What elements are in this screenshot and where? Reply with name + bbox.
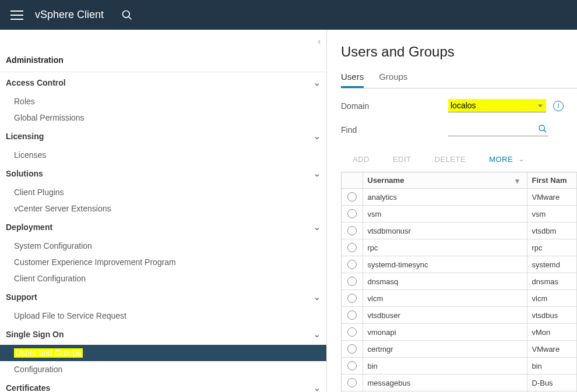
sidebar-collapse-icon[interactable]: ‹	[318, 37, 321, 46]
row-radio[interactable]	[342, 189, 363, 206]
first-name-cell: VMware	[527, 189, 577, 206]
row-radio[interactable]	[342, 375, 363, 391]
edit-button[interactable]: EDIT	[393, 155, 411, 164]
chevron-down-icon: ⌄	[314, 330, 321, 339]
table-row[interactable]: certmgrVMware	[342, 341, 577, 358]
first-name-cell: D-Bus	[527, 375, 577, 391]
more-button[interactable]: MORE ⌄	[489, 155, 525, 164]
chevron-down-icon: ⌄	[314, 78, 321, 87]
nav-section-sso[interactable]: Single Sign On ⌄	[0, 324, 326, 345]
first-name-cell: vtsdbus	[527, 307, 577, 324]
tab-users[interactable]: Users	[341, 72, 364, 88]
first-name-column-header[interactable]: First Nam	[527, 172, 577, 189]
svg-line-1	[129, 16, 132, 19]
add-button[interactable]: ADD	[353, 155, 370, 164]
username-cell: vmonapi	[363, 324, 527, 341]
table-row[interactable]: vsmvsm	[342, 206, 577, 223]
chevron-down-icon: ⌄	[519, 156, 525, 163]
find-input[interactable]	[448, 123, 548, 136]
nav-section-label: Single Sign On	[6, 330, 64, 339]
table-row[interactable]: vlcmvlcm	[342, 290, 577, 307]
username-cell: certmgr	[363, 341, 527, 358]
username-cell: vtsdbmonusr	[363, 223, 527, 239]
nav-leaf-global-permissions[interactable]: Global Permissions	[0, 110, 326, 126]
username-cell: rpc	[363, 239, 527, 256]
row-radio[interactable]	[342, 341, 363, 358]
chevron-down-icon: ⌄	[314, 292, 321, 302]
row-radio[interactable]	[342, 324, 363, 341]
delete-button[interactable]: DELETE	[435, 155, 466, 164]
chevron-down-icon: ⌄	[314, 383, 321, 392]
username-cell: analytics	[363, 189, 527, 206]
row-radio[interactable]	[342, 206, 363, 223]
table-row[interactable]: dnsmasqdnsmas	[342, 273, 577, 290]
table-row[interactable]: vtsdbuservtsdbus	[342, 307, 577, 324]
users-table: Username ▼ First Nam analyticsVMwarevsmv…	[341, 172, 577, 392]
nav-section-label: Licensing	[6, 132, 44, 141]
nav-section-label: Solutions	[6, 169, 43, 178]
row-radio[interactable]	[342, 223, 363, 239]
nav-section-label: Deployment	[6, 223, 52, 232]
first-name-cell: vMon	[527, 324, 577, 341]
row-radio[interactable]	[342, 273, 363, 290]
chevron-down-icon: ⌄	[314, 223, 321, 232]
username-column-header[interactable]: Username ▼	[363, 172, 527, 189]
username-cell: vtsdbuser	[363, 307, 527, 324]
sidebar: ‹ Administration Access Control ⌄ Roles …	[0, 30, 327, 392]
nav-section-label: Certificates	[6, 383, 50, 392]
table-row[interactable]: vmonapivMon	[342, 324, 577, 341]
row-radio[interactable]	[342, 256, 363, 273]
svg-point-2	[539, 125, 544, 130]
table-row[interactable]: binbin	[342, 358, 577, 375]
table-row[interactable]: systemd-timesyncsystemd	[342, 256, 577, 273]
nav-section-certificates[interactable]: Certificates ⌄	[0, 377, 326, 392]
table-row[interactable]: messagebusD-Bus	[342, 375, 577, 391]
tab-groups[interactable]: Groups	[379, 72, 407, 88]
body-area: ‹ Administration Access Control ⌄ Roles …	[0, 30, 577, 392]
nav-leaf-ceip[interactable]: Customer Experience Improvement Program	[0, 254, 326, 270]
domain-label: Domain	[341, 101, 440, 111]
nav-leaf-roles[interactable]: Roles	[0, 93, 326, 110]
table-row[interactable]: analyticsVMware	[342, 189, 577, 206]
nav-leaf-sso-config[interactable]: Configuration	[0, 361, 326, 377]
tabs: Users Groups	[341, 72, 577, 89]
nav-leaf-users-and-groups[interactable]: Users and Groups	[0, 345, 326, 361]
svg-point-0	[123, 10, 130, 17]
table-row[interactable]: rpcrpc	[342, 239, 577, 256]
more-label: MORE	[489, 155, 513, 164]
select-column-header	[342, 172, 363, 189]
nav-leaf-vcenter-extensions[interactable]: vCenter Server Extensions	[0, 200, 326, 217]
nav-section-label: Access Control	[6, 78, 66, 87]
filter-icon[interactable]: ▼	[514, 177, 521, 185]
nav-section-deployment[interactable]: Deployment ⌄	[0, 217, 326, 238]
row-radio[interactable]	[342, 239, 363, 256]
nav-leaf-label: Users and Groups	[14, 348, 83, 358]
row-radio[interactable]	[342, 307, 363, 324]
nav-section-solutions[interactable]: Solutions ⌄	[0, 163, 326, 184]
find-label: Find	[341, 125, 440, 135]
menu-hamburger-icon[interactable]	[10, 10, 23, 20]
nav-leaf-client-config[interactable]: Client Configuration	[0, 270, 326, 287]
nav-leaf-system-config[interactable]: System Configuration	[0, 238, 326, 254]
first-name-cell: vlcm	[527, 290, 577, 307]
table-row[interactable]: vtsdbmonusrvtsdbm	[342, 223, 577, 239]
first-name-cell: systemd	[527, 256, 577, 273]
chevron-down-icon: ⌄	[314, 169, 321, 178]
nav-section-licensing[interactable]: Licensing ⌄	[0, 126, 326, 147]
find-row: Find	[341, 123, 577, 136]
row-radio[interactable]	[342, 358, 363, 375]
row-radio[interactable]	[342, 290, 363, 307]
info-icon[interactable]: i	[553, 101, 564, 111]
search-icon[interactable]	[538, 124, 547, 133]
nav-section-access-control[interactable]: Access Control ⌄	[0, 72, 326, 93]
first-name-cell: bin	[527, 358, 577, 375]
nav-section-support[interactable]: Support ⌄	[0, 287, 326, 308]
username-cell: vsm	[363, 206, 527, 223]
domain-select[interactable]	[448, 99, 546, 112]
search-icon[interactable]	[121, 9, 133, 21]
nav-leaf-upload-sr[interactable]: Upload File to Service Request	[0, 308, 326, 324]
column-label: Username	[368, 176, 404, 185]
nav-leaf-client-plugins[interactable]: Client Plugins	[0, 184, 326, 200]
chevron-down-icon: ⌄	[314, 132, 321, 141]
nav-leaf-licenses[interactable]: Licenses	[0, 147, 326, 163]
